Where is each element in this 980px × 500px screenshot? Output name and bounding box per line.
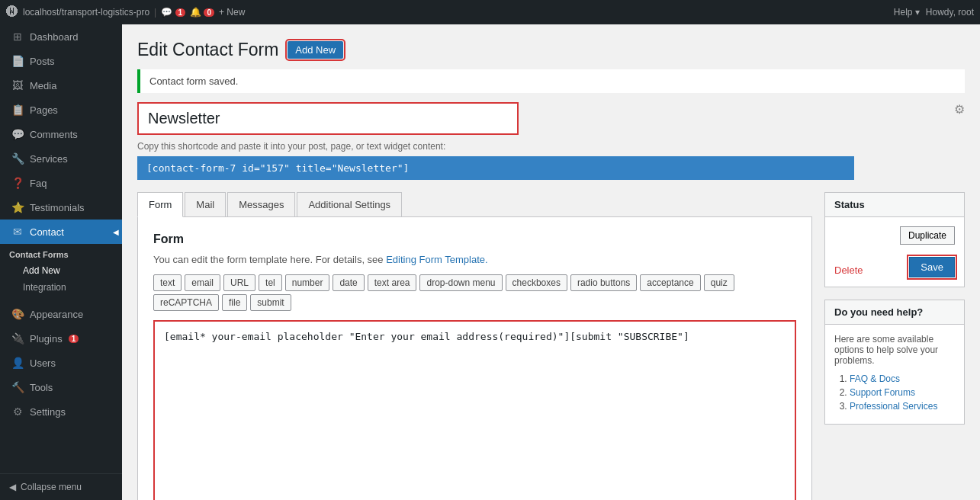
help-panel-header: Do you need help? (825, 300, 964, 325)
tag-btn-url[interactable]: URL (223, 274, 255, 291)
help-button[interactable]: Help ▾ (894, 7, 920, 18)
sidebar-item-faq[interactable]: ❓ Faq (0, 171, 122, 195)
help-link-professional[interactable]: Professional Services (850, 401, 937, 412)
sidebar-item-media[interactable]: 🖼 Media (0, 73, 122, 98)
tag-btn-submit[interactable]: submit (250, 294, 291, 311)
tools-icon: 🔨 (11, 381, 24, 393)
notice-text: Contact form saved. (149, 75, 238, 87)
settings-icon: ⚙ (11, 405, 24, 418)
sidebar-item-posts[interactable]: 📄 Posts (0, 49, 122, 73)
plugins-badge: 1 (69, 335, 79, 343)
help-panel: Do you need help? Here are some availabl… (824, 300, 965, 425)
sidebar-label-services: Services (30, 153, 68, 165)
collapse-menu-btn[interactable]: ◀ Collapse menu (0, 473, 122, 500)
editing-form-template-link[interactable]: Editing Form Template. (386, 254, 487, 265)
gear-icon[interactable]: ⚙ (954, 102, 965, 117)
sidebar-item-tools[interactable]: 🔨 Tools (0, 375, 122, 399)
form-name-input[interactable] (148, 110, 508, 127)
notif-comments[interactable]: 💬 1 (161, 7, 185, 18)
tag-btn-file[interactable]: file (222, 294, 247, 311)
main-content: Edit Contact Form Add New Contact form s… (122, 24, 980, 500)
content-area: Form Mail Messages Additional Settings F… (137, 192, 812, 500)
faq-icon: ❓ (11, 177, 24, 189)
shortcode-label: Copy this shortcode and paste it into yo… (137, 141, 965, 152)
form-name-box (137, 102, 519, 135)
right-panel: Status Duplicate Delete Save Do you need… (812, 192, 965, 425)
sidebar-item-testimonials[interactable]: ⭐ Testimonials (0, 195, 122, 220)
sidebar: ⊞ Dashboard 📄 Posts 🖼 Media 📋 Pages 💬 Co… (0, 24, 122, 500)
page-header: Edit Contact Form Add New (137, 40, 965, 60)
help-description: Here are some available options to help … (834, 334, 955, 366)
help-links-list: FAQ & Docs Support Forums Professional S… (834, 373, 955, 412)
save-button[interactable]: Save (909, 257, 955, 277)
sidebar-item-services[interactable]: 🔧 Services (0, 146, 122, 171)
tag-btn-recaptcha[interactable]: reCAPTCHA (153, 294, 219, 311)
add-new-button[interactable]: Add New (288, 41, 343, 59)
sidebar-label-plugins: Plugins (30, 333, 63, 345)
admin-bar-sep: | (154, 7, 156, 18)
sidebar-item-contact[interactable]: ✉ Contact (0, 220, 122, 244)
sidebar-sub-integration[interactable]: Integration (0, 279, 122, 296)
page-title: Edit Contact Form (137, 40, 278, 60)
sidebar-item-settings[interactable]: ⚙ Settings (0, 399, 122, 424)
delete-link[interactable]: Delete (834, 264, 863, 276)
tag-btn-date[interactable]: date (333, 274, 364, 291)
help-link-forums[interactable]: Support Forums (850, 387, 915, 398)
users-icon: 👤 (11, 357, 24, 369)
comments-icon: 💬 (11, 128, 24, 140)
tab-messages[interactable]: Messages (227, 192, 295, 216)
add-new-link[interactable]: + New (219, 7, 245, 18)
contact-icon: ✉ (11, 226, 24, 238)
tag-btn-acceptance[interactable]: acceptance (640, 274, 700, 291)
sidebar-label-settings: Settings (30, 406, 66, 418)
sidebar-label-testimonials: Testimonials (30, 202, 85, 213)
dashboard-icon: ⊞ (11, 30, 24, 43)
tag-btn-dropdown[interactable]: drop-down menu (419, 274, 502, 291)
site-url[interactable]: localhost/transport-logistics-pro (23, 7, 149, 18)
tag-btn-email[interactable]: email (185, 274, 220, 291)
tag-btn-checkboxes[interactable]: checkboxes (506, 274, 567, 291)
sidebar-label-appearance: Appearance (30, 309, 83, 320)
shortcode-box[interactable]: [contact-form-7 id="157" title="Newslett… (137, 156, 854, 180)
tag-buttons-container: text email URL tel number date text area… (153, 274, 796, 311)
sidebar-item-appearance[interactable]: 🎨 Appearance (0, 302, 122, 326)
tab-additional-settings[interactable]: Additional Settings (297, 192, 402, 216)
tag-btn-text[interactable]: text (153, 274, 182, 291)
sidebar-label-contact: Contact (30, 226, 64, 238)
form-textarea-wrapper: ⤡ (153, 320, 796, 500)
main-area: Form Mail Messages Additional Settings F… (137, 192, 965, 500)
sidebar-item-comments[interactable]: 💬 Comments (0, 122, 122, 146)
sidebar-label-posts: Posts (30, 56, 55, 67)
tag-btn-textarea[interactable]: text area (368, 274, 417, 291)
sidebar-sub-add-new[interactable]: Add New (0, 262, 122, 279)
sidebar-item-plugins[interactable]: 🔌 Plugins 1 (0, 326, 122, 351)
sidebar-label-comments: Comments (30, 129, 78, 140)
sidebar-item-pages[interactable]: 📋 Pages (0, 98, 122, 122)
tab-form[interactable]: Form (137, 192, 183, 217)
status-panel-header: Status (825, 193, 964, 217)
tag-btn-number[interactable]: number (285, 274, 330, 291)
collapse-menu-label: Collapse menu (21, 482, 82, 492)
tag-btn-quiz[interactable]: quiz (704, 274, 734, 291)
success-notice: Contact form saved. (137, 69, 965, 93)
status-panel: Status Duplicate Delete Save (824, 192, 965, 287)
tab-mail[interactable]: Mail (185, 192, 226, 216)
sidebar-label-dashboard: Dashboard (30, 31, 79, 43)
tabs-container: Form Mail Messages Additional Settings (137, 192, 812, 217)
form-help-text: You can edit the form template here. For… (153, 254, 796, 265)
form-content-textarea[interactable] (158, 325, 792, 500)
howdy-text: Howdy, root (926, 7, 974, 18)
sidebar-item-dashboard[interactable]: ⊞ Dashboard (0, 24, 122, 49)
help-link-faq-docs[interactable]: FAQ & Docs (850, 373, 900, 384)
plugins-icon: 🔌 (11, 332, 24, 345)
sidebar-label-tools: Tools (30, 382, 53, 393)
duplicate-button[interactable]: Duplicate (900, 226, 955, 245)
tag-btn-tel[interactable]: tel (259, 274, 282, 291)
sidebar-label-users: Users (30, 357, 56, 369)
help-panel-body: Here are some available options to help … (825, 325, 964, 424)
sidebar-item-users[interactable]: 👤 Users (0, 351, 122, 375)
wp-logo-icon[interactable]: 🅦 (6, 5, 18, 19)
tag-btn-radio[interactable]: radio buttons (570, 274, 637, 291)
sidebar-label-pages: Pages (30, 104, 58, 116)
notif-updates[interactable]: 🔔 0 (190, 7, 214, 18)
